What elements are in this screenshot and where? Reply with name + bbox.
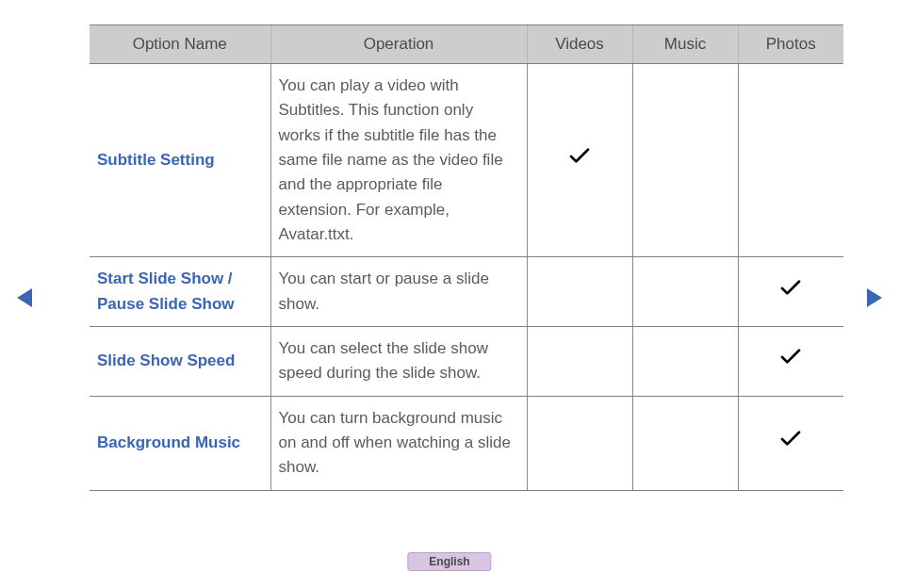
table-header-row: Option Name Operation Videos Music Photo… (90, 25, 843, 64)
operation-cell: You can select the slide show speed duri… (270, 327, 527, 397)
videos-cell (527, 327, 632, 397)
music-cell (632, 327, 738, 397)
check-icon (780, 431, 801, 455)
photos-cell (738, 396, 843, 490)
music-cell (632, 396, 738, 490)
operation-cell: You can play a video with Subtitles. Thi… (270, 64, 527, 257)
language-pill: English (407, 552, 491, 571)
check-icon (780, 280, 801, 304)
option-name-cell: Start Slide Show / Pause Slide Show (90, 257, 270, 327)
videos-cell (527, 257, 632, 327)
options-table: Option Name Operation Videos Music Photo… (90, 24, 843, 491)
header-videos: Videos (527, 25, 632, 64)
photos-cell (738, 327, 843, 397)
videos-cell (527, 396, 632, 490)
option-name: Slide Show Speed (97, 351, 235, 369)
table-row: Slide Show SpeedYou can select the slide… (90, 327, 843, 397)
language-label: English (429, 555, 469, 568)
header-photos: Photos (738, 25, 843, 64)
next-page-arrow[interactable] (867, 288, 882, 307)
check-icon (569, 148, 590, 172)
option-name: Start Slide Show / Pause Slide Show (97, 270, 235, 312)
operation-cell: You can turn background music on and off… (270, 396, 527, 490)
photos-cell (738, 64, 843, 257)
option-name-cell: Slide Show Speed (90, 327, 270, 397)
prev-page-arrow[interactable] (17, 288, 32, 307)
header-option-name: Option Name (90, 25, 270, 64)
photos-cell (738, 257, 843, 327)
option-name: Background Music (97, 433, 240, 451)
table-body: Subtitle SettingYou can play a video wit… (90, 64, 843, 491)
table-row: Subtitle SettingYou can play a video wit… (90, 64, 843, 257)
operation-cell: You can start or pause a slide show. (270, 257, 527, 327)
music-cell (632, 64, 738, 257)
music-cell (632, 257, 738, 327)
option-name-cell: Subtitle Setting (90, 64, 270, 257)
option-name-cell: Background Music (90, 396, 270, 490)
check-icon (780, 349, 801, 373)
header-operation: Operation (270, 25, 527, 64)
header-music: Music (632, 25, 738, 64)
videos-cell (527, 64, 632, 257)
option-name: Subtitle Setting (97, 151, 215, 169)
table-row: Background MusicYou can turn background … (90, 396, 843, 490)
page-content: Option Name Operation Videos Music Photo… (90, 24, 843, 491)
table-row: Start Slide Show / Pause Slide ShowYou c… (90, 257, 843, 327)
